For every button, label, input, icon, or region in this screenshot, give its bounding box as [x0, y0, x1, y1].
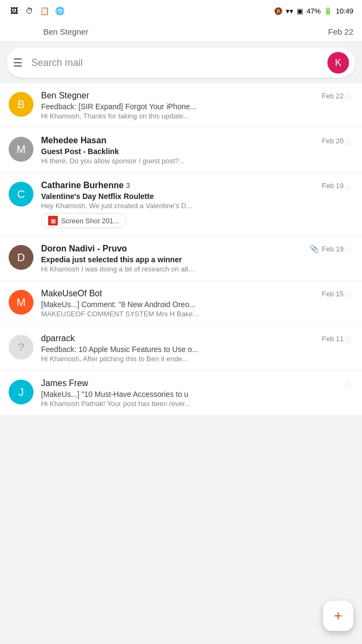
email-subject: Feedback: 10 Apple Music Features to Use… — [41, 345, 344, 354]
email-sender: Ben Stegner — [41, 91, 318, 101]
star-icon[interactable]: ☆ — [344, 244, 353, 257]
email-subject: [MakeUs...] "10 Must-Have Accessories to… — [41, 390, 344, 399]
status-icons: 🖼 ⏱ 📋 🌐 — [9, 5, 65, 16]
email-header: Mehedee HasanFeb 20 — [41, 136, 344, 145]
email-preview: Hi there, Do you allow sponsor / guest p… — [41, 157, 344, 165]
email-avatar: J — [9, 380, 33, 404]
email-date: Feb 22 — [322, 92, 344, 100]
star-icon[interactable]: ☆ — [344, 136, 353, 149]
search-bar[interactable]: ☰ Search mail K — [6, 48, 356, 78]
email-meta: Feb 11 — [322, 335, 344, 343]
email-item[interactable]: DDoron Nadivi - Pruvo📎Feb 19Expedia just… — [0, 236, 362, 281]
email-subject: Feedback: [SIR Expand] Forgot Your iPhon… — [41, 102, 344, 111]
email-meta: Feb 15 — [322, 290, 344, 298]
email-header: dparrackFeb 11 — [41, 334, 344, 343]
email-content: Ben StegnerFeb 22Feedback: [SIR Expand] … — [41, 91, 344, 120]
email-content: Mehedee HasanFeb 20Guest Post - Backlink… — [41, 136, 344, 165]
star-icon[interactable]: ☆ — [344, 91, 353, 104]
email-header: Catharine Burhenne3Feb 19 — [41, 181, 344, 190]
compose-icon: + — [334, 607, 343, 625]
email-subject: [MakeUs...] Comment: "8 New Android Oreo… — [41, 300, 344, 309]
email-content: Catharine Burhenne3Feb 19Valentine's Day… — [41, 181, 344, 228]
email-header: Doron Nadivi - Pruvo📎Feb 19 — [41, 244, 344, 254]
email-avatar: M — [9, 290, 33, 315]
attachment-chip-icon — [48, 216, 58, 225]
wifi-icon: ▾▾ — [286, 7, 293, 15]
email-item[interactable]: ?dparrackFeb 11Feedback: 10 Apple Music … — [0, 326, 362, 371]
email-sender: Doron Nadivi - Pruvo — [41, 244, 305, 254]
email-sender: James Frew — [41, 379, 339, 388]
email-date: Feb 19 — [322, 245, 344, 253]
email-meta: 📎Feb 19 — [310, 244, 344, 253]
email-avatar: C — [9, 182, 33, 207]
email-preview: Hi Khamosh, After pitching this to Ben i… — [41, 355, 344, 363]
email-subject: Valentine's Day Netflix Roulette — [41, 192, 344, 201]
email-preview: Hi Khamosh I was doing a bit of research… — [41, 265, 344, 273]
email-sender: Mehedee Hasan — [41, 136, 318, 145]
prev-email-sender: Ben Stegner — [43, 27, 88, 36]
email-avatar: M — [9, 137, 33, 162]
email-date: Feb 11 — [322, 335, 344, 343]
search-bar-container: ☰ Search mail K — [0, 42, 362, 83]
star-icon[interactable]: ☆ — [344, 289, 353, 302]
compose-fab[interactable]: + — [323, 601, 353, 631]
email-preview: MAKEUSEOF COMMENT SYSTEM Mrs H Bake... — [41, 310, 344, 318]
prev-email-date: Feb 22 — [328, 27, 353, 36]
email-item[interactable]: JJames Frew[MakeUs...] "10 Must-Have Acc… — [0, 371, 362, 416]
thread-count: 3 — [126, 181, 130, 190]
email-list: BBen StegnerFeb 22Feedback: [SIR Expand]… — [0, 83, 362, 416]
email-header: MakeUseOf BotFeb 15 — [41, 289, 344, 298]
email-subject: Guest Post - Backlink — [41, 147, 344, 156]
time: 10:49 — [336, 7, 353, 15]
status-right: 🔕 ▾▾ ▣ 47% 🔋 10:49 — [274, 7, 353, 15]
email-date: Feb 15 — [322, 290, 344, 298]
photo-icon: 🖼 — [9, 5, 19, 16]
email-meta: Feb 22 — [322, 92, 344, 100]
attachment-chip-label: Screen Shot 201... — [61, 217, 119, 225]
search-input-placeholder[interactable]: Search mail — [31, 57, 327, 69]
prev-email-peek: Ben Stegner Feb 22 — [0, 22, 362, 42]
signal-icon: ▣ — [297, 7, 303, 15]
status-bar: 🖼 ⏱ 📋 🌐 🔕 ▾▾ ▣ 47% 🔋 10:49 — [0, 0, 362, 22]
star-icon[interactable]: ☆ — [344, 334, 353, 347]
email-sender: dparrack — [41, 334, 318, 343]
chrome-icon: 🌐 — [54, 5, 65, 16]
email-item[interactable]: BBen StegnerFeb 22Feedback: [SIR Expand]… — [0, 83, 362, 128]
star-icon[interactable]: ☆ — [344, 181, 353, 194]
timer-icon: ⏱ — [24, 5, 35, 16]
battery-icon: 🔋 — [324, 7, 332, 15]
email-preview: Hey Khamosh, We just created a Valentine… — [41, 202, 344, 210]
email-preview: Hi Khamosh, Thanks for taking on this up… — [41, 112, 344, 120]
email-sender: Catharine Burhenne3 — [41, 181, 318, 190]
email-content: James Frew[MakeUs...] "10 Must-Have Acce… — [41, 379, 344, 408]
email-subject: Expedia just selected this app a winner — [41, 255, 344, 264]
email-date: Feb 20 — [322, 137, 344, 145]
email-meta: Feb 19 — [322, 182, 344, 190]
user-avatar[interactable]: K — [327, 52, 349, 74]
clip-icon: 📎 — [310, 244, 319, 253]
email-content: Doron Nadivi - Pruvo📎Feb 19Expedia just … — [41, 244, 344, 273]
attachment-chip[interactable]: Screen Shot 201... — [41, 213, 126, 228]
email-item[interactable]: MMakeUseOf BotFeb 15[MakeUs...] Comment:… — [0, 281, 362, 326]
email-date: Feb 19 — [322, 182, 344, 190]
star-icon[interactable]: ☆ — [344, 379, 353, 391]
email-avatar: B — [9, 92, 33, 117]
email-item[interactable]: MMehedee HasanFeb 20Guest Post - Backlin… — [0, 128, 362, 173]
email-avatar: D — [9, 245, 33, 270]
battery-text: 47% — [306, 7, 320, 15]
clipboard-icon: 📋 — [39, 5, 50, 16]
mute-icon: 🔕 — [274, 7, 283, 15]
email-content: MakeUseOf BotFeb 15[MakeUs...] Comment: … — [41, 289, 344, 318]
email-meta: Feb 20 — [322, 137, 344, 145]
hamburger-icon[interactable]: ☰ — [13, 56, 23, 69]
email-item[interactable]: CCatharine Burhenne3Feb 19Valentine's Da… — [0, 173, 362, 236]
email-avatar: ? — [9, 335, 33, 360]
email-sender: MakeUseOf Bot — [41, 289, 318, 298]
email-header: Ben StegnerFeb 22 — [41, 91, 344, 101]
email-header: James Frew — [41, 379, 344, 388]
email-preview: Hi Khamosh Pathak! Your post has been re… — [41, 400, 344, 408]
email-content: dparrackFeb 11Feedback: 10 Apple Music F… — [41, 334, 344, 363]
